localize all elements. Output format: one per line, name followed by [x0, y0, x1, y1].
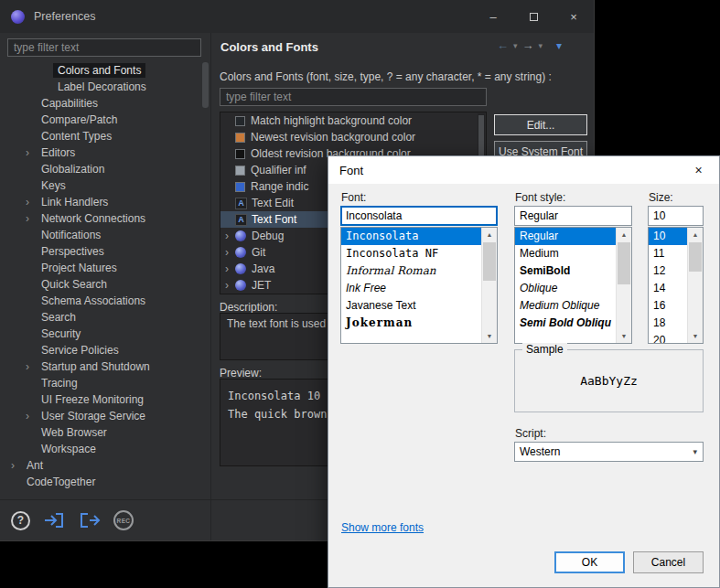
forward-dropdown-icon[interactable]: ▾: [539, 41, 543, 50]
sidebar-item[interactable]: › Content Types: [0, 128, 210, 144]
font-list-scrollbar[interactable]: ▲ ▼: [481, 228, 497, 343]
font-style-input[interactable]: [514, 206, 632, 226]
style-list-scrollbar[interactable]: ▲ ▼: [616, 228, 631, 343]
sidebar-item-label: Quick Search: [37, 277, 112, 292]
scroll-down-icon[interactable]: ▼: [482, 329, 497, 343]
scroll-thumb[interactable]: [483, 242, 496, 281]
font-style-list-item[interactable]: Oblique: [515, 280, 616, 297]
sidebar-item-label: CodeTogether: [22, 475, 100, 489]
sidebar-item[interactable]: › Tracing: [0, 375, 210, 391]
font-size-list-item[interactable]: 18: [649, 315, 687, 332]
sidebar-filter-input[interactable]: [7, 38, 201, 57]
view-menu-icon[interactable]: ▾: [556, 39, 562, 52]
cancel-button[interactable]: Cancel: [633, 551, 704, 573]
minimize-button[interactable]: –: [473, 0, 513, 33]
sidebar-item[interactable]: › Startup and Shutdown: [0, 358, 210, 375]
chevron-right-icon[interactable]: ›: [26, 196, 37, 208]
sidebar-item[interactable]: › User Storage Service: [0, 408, 210, 424]
tree-item-label: JET: [252, 279, 271, 292]
sidebar-item-label: Keys: [37, 178, 70, 193]
sidebar-item[interactable]: › Link Handlers: [0, 194, 210, 210]
sidebar-item[interactable]: › Quick Search: [0, 276, 210, 293]
sidebar-item[interactable]: › Ant: [0, 457, 210, 474]
chevron-right-icon[interactable]: ›: [26, 212, 37, 225]
sidebar-item[interactable]: › Search: [0, 309, 210, 326]
rec-icon[interactable]: REC: [113, 510, 134, 530]
sidebar-item[interactable]: › UI Freeze Monitoring: [0, 391, 210, 408]
sidebar-item[interactable]: › Security: [0, 326, 210, 342]
font-list-item[interactable]: Javanese Text: [341, 297, 481, 315]
sidebar-item[interactable]: › Project Natures: [0, 260, 210, 276]
import-preferences-icon[interactable]: [42, 510, 66, 530]
font-style-list-item[interactable]: Semi Bold Obliqu: [515, 315, 616, 332]
sidebar-item[interactable]: › Workspace: [0, 441, 210, 457]
help-icon[interactable]: ?: [11, 511, 30, 530]
scroll-up-icon[interactable]: ▲: [482, 228, 497, 241]
scroll-up-icon[interactable]: ▲: [688, 228, 703, 241]
sidebar-item[interactable]: › Editors: [0, 144, 210, 161]
chevron-right-icon[interactable]: ›: [225, 246, 235, 259]
sidebar-item[interactable]: › Label Decorations: [0, 79, 210, 95]
font-style-list-item[interactable]: Medium: [515, 245, 616, 262]
close-button[interactable]: ×: [678, 156, 719, 184]
back-dropdown-icon[interactable]: ▾: [513, 41, 518, 50]
preferences-titlebar[interactable]: Preferences – ×: [0, 0, 594, 33]
font-list-item[interactable]: Inconsolata: [341, 228, 481, 245]
font-size-label: 11: [653, 247, 664, 260]
font-list-item[interactable]: Ink Free: [341, 280, 481, 297]
font-style-list-item[interactable]: SemiBold: [515, 262, 616, 280]
font-size-list-item[interactable]: 12: [649, 262, 687, 280]
chevron-right-icon[interactable]: ›: [225, 262, 235, 275]
show-more-fonts-link[interactable]: Show more fonts: [341, 521, 424, 534]
tree-item[interactable]: › A Match highlight background color: [220, 112, 486, 129]
size-list-scrollbar[interactable]: ▲ ▼: [687, 228, 703, 343]
close-button[interactable]: ×: [553, 0, 594, 33]
font-list-item[interactable]: Informal Roman: [341, 262, 481, 280]
font-list-item[interactable]: Inconsolata NF: [341, 245, 481, 262]
font-size-input[interactable]: [648, 206, 704, 226]
back-icon[interactable]: ←: [497, 38, 509, 52]
edit-button[interactable]: Edit...: [494, 114, 587, 135]
font-size-list-item[interactable]: 10: [649, 228, 687, 245]
colors-fonts-filter-input[interactable]: [220, 88, 487, 106]
sidebar-item[interactable]: › Perspectives: [0, 243, 210, 260]
sidebar-item[interactable]: › CodeTogether: [0, 474, 210, 490]
font-style-list-item[interactable]: Medium Oblique: [515, 297, 616, 315]
sidebar-item[interactable]: › Service Policies: [0, 342, 210, 358]
chevron-right-icon[interactable]: ›: [11, 459, 22, 472]
font-size-list-item[interactable]: 14: [649, 280, 687, 297]
font-dialog-titlebar[interactable]: Font ×: [328, 156, 719, 184]
font-style-list-item[interactable]: Regular: [515, 228, 616, 245]
sidebar-scrollbar-thumb[interactable]: [202, 62, 209, 108]
chevron-right-icon[interactable]: ›: [26, 410, 37, 422]
font-size-list-item[interactable]: 16: [649, 297, 687, 315]
forward-icon[interactable]: →: [522, 38, 534, 52]
chevron-right-icon[interactable]: ›: [26, 360, 37, 373]
font-size-list-item[interactable]: 20: [649, 332, 687, 344]
export-preferences-icon[interactable]: [78, 510, 102, 530]
script-dropdown[interactable]: Western ▾: [514, 442, 704, 462]
sidebar-item[interactable]: › Network Connections: [0, 210, 210, 227]
sidebar-item[interactable]: › Notifications: [0, 227, 210, 243]
chevron-right-icon[interactable]: ›: [26, 146, 37, 159]
sidebar-item[interactable]: › Globalization: [0, 161, 210, 177]
scroll-thumb[interactable]: [689, 242, 702, 272]
font-list-item[interactable]: Jokerman: [341, 315, 481, 332]
ok-button[interactable]: OK: [554, 551, 625, 573]
sidebar-item[interactable]: › Compare/Patch: [0, 112, 210, 128]
scroll-thumb[interactable]: [618, 242, 630, 284]
sidebar-item[interactable]: › Colors and Fonts: [0, 62, 210, 79]
scroll-up-icon[interactable]: ▲: [617, 228, 631, 241]
sidebar-item[interactable]: › Capabilities: [0, 95, 210, 112]
font-size-list-item[interactable]: 11: [649, 245, 687, 262]
sidebar-item[interactable]: › Schema Associations: [0, 293, 210, 309]
chevron-right-icon[interactable]: ›: [225, 279, 235, 292]
chevron-right-icon[interactable]: ›: [225, 230, 235, 242]
scroll-down-icon[interactable]: ▼: [617, 329, 631, 343]
font-name-input[interactable]: [340, 206, 498, 226]
sidebar-item[interactable]: › Web Browser: [0, 424, 210, 441]
scroll-down-icon[interactable]: ▼: [688, 329, 703, 343]
tree-item[interactable]: › A Newest revision background color: [220, 129, 486, 145]
sidebar-item[interactable]: › Keys: [0, 177, 210, 194]
maximize-button[interactable]: [513, 0, 553, 33]
